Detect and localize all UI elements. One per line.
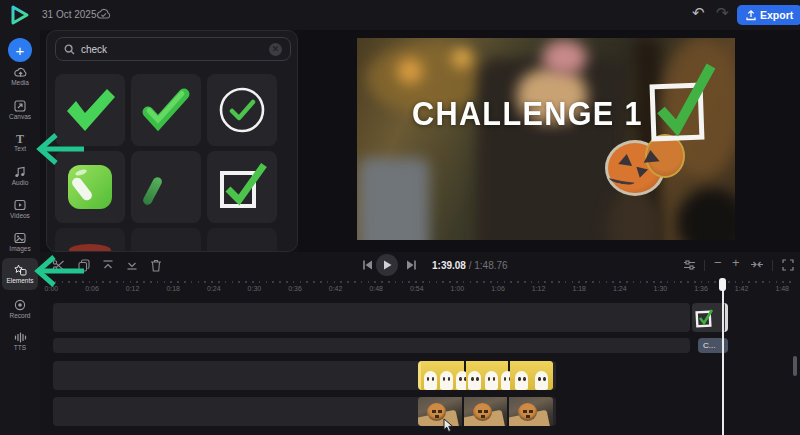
pumpkin-video-clip[interactable] [418, 397, 553, 426]
ruler-label: 0:36 [288, 285, 302, 292]
play-icon [383, 260, 392, 270]
videos-icon [14, 199, 26, 211]
ghost-video-clip[interactable] [418, 361, 553, 390]
sidebar-item-elements[interactable]: Elements [2, 258, 38, 290]
element-tile-circle-check[interactable] [207, 74, 277, 146]
redo-button[interactable]: ↷ [716, 4, 729, 22]
timeline-settings-icon[interactable] [683, 259, 696, 271]
element-tile-stroke[interactable] [131, 151, 201, 223]
checkbox-clip-thumb [695, 307, 715, 329]
sidebar-label: Media [11, 80, 29, 87]
search-icon [64, 44, 75, 55]
elements-icon [14, 264, 27, 276]
ruler-label: 1:36 [694, 285, 708, 292]
video-editor-app: 31 Oct 2025 ↶ ↷ Export + Media Canvas T … [0, 0, 800, 435]
undo-button[interactable]: ↶ [692, 4, 705, 22]
zoom-out-icon[interactable]: − [714, 255, 722, 270]
current-time: 1:39.08 [432, 260, 466, 271]
tts-icon [14, 332, 27, 343]
export-button[interactable]: Export [737, 5, 800, 25]
add-media-button[interactable]: + [8, 38, 32, 62]
sidebar-item-tts[interactable]: TTS [2, 327, 38, 357]
green-stroke-graphic [141, 176, 163, 207]
sidebar-item-images[interactable]: Images [2, 227, 38, 257]
left-sidebar: + Media Canvas T Text Audio Videos Image… [0, 30, 40, 435]
element-tile-check-3d[interactable] [131, 74, 201, 146]
skip-to-end-icon[interactable] [406, 259, 417, 271]
green-app-check-graphic [68, 165, 112, 209]
sidebar-item-text[interactable]: T Text [2, 128, 38, 158]
play-button[interactable] [376, 254, 398, 276]
split-icon[interactable] [52, 259, 65, 272]
clear-search-icon[interactable]: ✕ [269, 43, 282, 56]
element-tile-partial[interactable] [55, 228, 125, 252]
playhead-line[interactable] [722, 280, 724, 435]
overlay-checkbox-graphic[interactable] [647, 58, 719, 150]
video-preview[interactable]: CHALLENGE 1 [357, 38, 735, 240]
ruler-label: 0:48 [369, 285, 383, 292]
ruler-label: 1:12 [532, 285, 546, 292]
fit-timeline-icon[interactable] [750, 259, 764, 270]
ruler-label: 0:54 [410, 285, 424, 292]
ruler-label: 1:24 [613, 285, 627, 292]
green-check-3d-graphic [143, 90, 189, 130]
overlay-title-text[interactable]: CHALLENGE 1 [412, 94, 643, 133]
search-input[interactable] [81, 44, 263, 55]
ruler-label: 1:18 [572, 285, 586, 292]
ruler-label: 1:00 [451, 285, 465, 292]
element-tile-check-flat[interactable] [55, 74, 125, 146]
search-box[interactable]: ✕ [55, 37, 291, 61]
element-tile-app-check[interactable] [55, 151, 125, 223]
project-date: 31 Oct 2025 [42, 9, 96, 20]
ruler-label: 0:30 [248, 285, 262, 292]
sidebar-label: Canvas [9, 114, 31, 121]
app-logo-icon [10, 5, 30, 25]
playhead-handle[interactable] [719, 278, 726, 291]
ruler-label: 0:42 [329, 285, 343, 292]
clip-thumbnail [466, 361, 511, 390]
timeline-ruler[interactable]: 0:000:060:120:180:240:300:360:420:480:54… [40, 278, 800, 298]
ruler-label: 0:06 [85, 285, 99, 292]
sidebar-item-canvas[interactable]: Canvas [2, 95, 38, 125]
fullscreen-icon[interactable] [782, 259, 794, 271]
ruler-label: 0:12 [126, 285, 140, 292]
ruler-label: 1:06 [491, 285, 505, 292]
ruler-label: 1:48 [775, 285, 789, 292]
timeline-toolbar: 1:39.08 / 1:48.76 − + [40, 252, 800, 278]
cloud-sync-icon [96, 8, 111, 20]
zoom-in-icon[interactable]: + [732, 255, 740, 270]
export-label: Export [760, 9, 793, 21]
move-layer-down-icon[interactable] [126, 259, 138, 271]
sidebar-item-record[interactable]: Record [2, 294, 38, 324]
timeline-tracks: C... [40, 298, 800, 435]
sidebar-label: TTS [14, 345, 26, 352]
sidebar-label: Videos [10, 213, 30, 220]
clip-thumbnail [464, 397, 510, 426]
ruler-label: 1:30 [654, 285, 668, 292]
skip-to-start-icon[interactable] [362, 259, 373, 271]
element-tile-partial[interactable] [207, 228, 277, 252]
text-icon: T [16, 134, 24, 144]
elements-panel: ✕ [46, 30, 298, 252]
ruler-label: 1:42 [735, 285, 749, 292]
track-lane-2 [53, 338, 690, 353]
sidebar-label: Text [14, 146, 26, 153]
delete-icon[interactable] [150, 259, 162, 272]
canvas-icon [14, 100, 26, 112]
copy-icon[interactable] [78, 259, 90, 272]
timeline-scrollbar-thumb[interactable] [793, 356, 797, 376]
ruler-label: 0:00 [45, 285, 59, 292]
sidebar-label: Images [9, 246, 30, 253]
sidebar-item-videos[interactable]: Videos [2, 194, 38, 224]
clip-thumbnail [509, 397, 553, 426]
total-time: 1:48.76 [474, 260, 507, 271]
element-tile-partial[interactable] [131, 228, 201, 252]
preview-area: CHALLENGE 1 [298, 30, 800, 252]
move-layer-up-icon[interactable] [102, 259, 114, 271]
clip-thumbnail [421, 361, 466, 390]
sidebar-item-media[interactable]: Media [2, 62, 38, 92]
sidebar-item-audio[interactable]: Audio [2, 161, 38, 191]
ruler-label: 0:24 [207, 285, 221, 292]
upload-icon [746, 10, 756, 21]
element-tile-checkbox[interactable] [207, 151, 277, 223]
